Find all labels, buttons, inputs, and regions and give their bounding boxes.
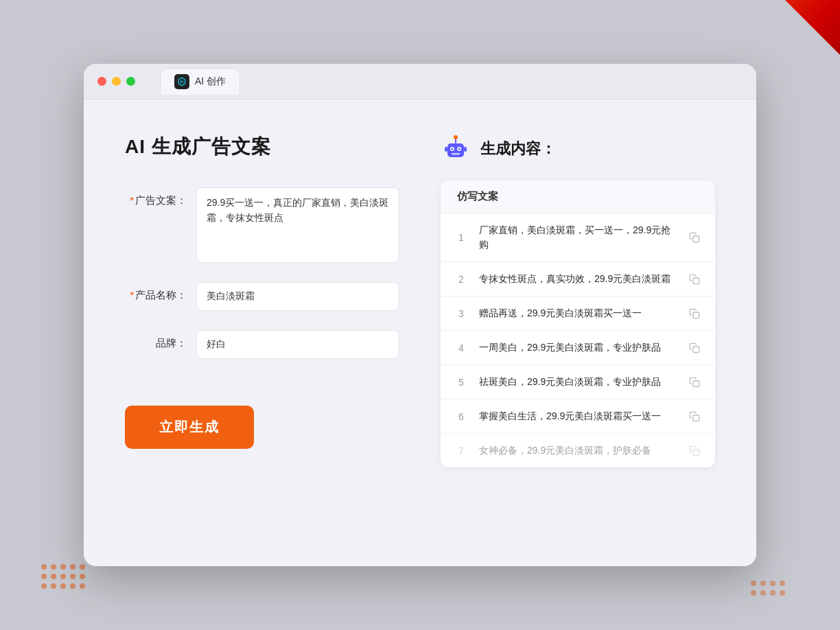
svg-rect-15 bbox=[693, 347, 699, 353]
copy-icon[interactable] bbox=[688, 272, 701, 286]
row-number: 3 bbox=[454, 308, 468, 319]
brand-group: 品牌： bbox=[125, 330, 399, 359]
svg-text:AI: AI bbox=[180, 80, 184, 84]
svg-point-5 bbox=[452, 148, 454, 150]
row-text: 一周美白，29.9元美白淡斑霜，专业护肤品 bbox=[479, 340, 677, 355]
traffic-lights bbox=[97, 77, 135, 86]
brand-input[interactable] bbox=[196, 330, 399, 359]
table-row: 3赠品再送，29.9元美白淡斑霜买一送一 bbox=[441, 296, 715, 331]
svg-rect-13 bbox=[693, 278, 699, 284]
right-panel: 生成内容： 仿写文案 1厂家直销，美白淡斑霜，买一送一，29.9元抢购 2专抹女… bbox=[441, 134, 715, 532]
svg-point-9 bbox=[454, 135, 458, 139]
robot-icon bbox=[441, 134, 471, 164]
maximize-button[interactable] bbox=[126, 77, 135, 86]
table-row: 6掌握美白生活，29.9元美白淡斑霜买一送一 bbox=[441, 399, 715, 434]
svg-rect-2 bbox=[447, 143, 464, 157]
svg-rect-12 bbox=[693, 236, 699, 242]
svg-rect-17 bbox=[693, 415, 699, 421]
minimize-button[interactable] bbox=[112, 77, 121, 86]
row-text: 专抹女性斑点，真实功效，29.9元美白淡斑霜 bbox=[479, 272, 677, 286]
close-button[interactable] bbox=[97, 77, 106, 86]
svg-rect-7 bbox=[452, 153, 460, 155]
dots-decoration-right bbox=[751, 581, 785, 596]
row-text: 女神必备，29.9元美白淡斑霜，护肤必备 bbox=[479, 443, 677, 458]
ad-text-label: *广告文案： bbox=[125, 187, 187, 207]
browser-window: AI AI 创作 AI 生成广告文案 *广告文案： *产品名称： bbox=[84, 64, 756, 566]
row-text: 厂家直销，美白淡斑霜，买一送一，29.9元抢购 bbox=[479, 223, 677, 252]
title-bar: AI AI 创作 bbox=[84, 64, 756, 100]
main-content: AI 生成广告文案 *广告文案： *产品名称： 品牌： 立 bbox=[84, 100, 756, 566]
table-row: 2专抹女性斑点，真实功效，29.9元美白淡斑霜 bbox=[441, 262, 715, 296]
row-number: 5 bbox=[454, 377, 468, 388]
copy-icon[interactable] bbox=[688, 231, 701, 244]
result-rows: 1厂家直销，美白淡斑霜，买一送一，29.9元抢购 2专抹女性斑点，真实功效，29… bbox=[441, 213, 715, 467]
product-name-input[interactable] bbox=[196, 282, 399, 311]
row-number: 4 bbox=[454, 342, 468, 353]
result-header: 生成内容： bbox=[441, 134, 715, 164]
row-number: 2 bbox=[454, 274, 468, 285]
copy-icon[interactable] bbox=[688, 444, 701, 458]
row-text: 赠品再送，29.9元美白淡斑霜买一送一 bbox=[479, 306, 677, 320]
required-star-1: * bbox=[130, 194, 134, 206]
row-text: 祛斑美白，29.9元美白淡斑霜，专业护肤品 bbox=[479, 375, 677, 389]
row-text: 掌握美白生活，29.9元美白淡斑霜买一送一 bbox=[479, 409, 677, 423]
svg-rect-11 bbox=[464, 147, 467, 152]
svg-rect-16 bbox=[693, 381, 699, 387]
row-number: 7 bbox=[454, 445, 468, 456]
tab-title: AI 创作 bbox=[195, 75, 226, 88]
ad-text-input[interactable] bbox=[196, 187, 399, 263]
page-title: AI 生成广告文案 bbox=[125, 134, 399, 160]
table-row: 4一周美白，29.9元美白淡斑霜，专业护肤品 bbox=[441, 331, 715, 365]
dots-decoration-left bbox=[41, 564, 85, 589]
table-header: 仿写文案 bbox=[441, 180, 715, 213]
copy-icon[interactable] bbox=[688, 341, 701, 355]
copy-icon[interactable] bbox=[688, 375, 701, 389]
result-table: 仿写文案 1厂家直销，美白淡斑霜，买一送一，29.9元抢购 2专抹女性斑点，真实… bbox=[441, 180, 715, 467]
svg-rect-14 bbox=[693, 312, 699, 318]
row-number: 6 bbox=[454, 411, 468, 422]
row-number: 1 bbox=[454, 232, 468, 243]
product-name-label: *产品名称： bbox=[125, 282, 187, 302]
product-name-group: *产品名称： bbox=[125, 282, 399, 311]
svg-rect-18 bbox=[693, 450, 699, 456]
table-row: 5祛斑美白，29.9元美白淡斑霜，专业护肤品 bbox=[441, 365, 715, 399]
brand-label: 品牌： bbox=[125, 330, 187, 350]
svg-point-6 bbox=[458, 148, 460, 150]
ai-tab[interactable]: AI AI 创作 bbox=[160, 68, 240, 95]
required-star-2: * bbox=[130, 289, 134, 301]
table-row: 7女神必备，29.9元美白淡斑霜，护肤必备 bbox=[441, 434, 715, 467]
copy-icon[interactable] bbox=[688, 307, 701, 320]
result-title: 生成内容： bbox=[480, 139, 556, 159]
generate-button[interactable]: 立即生成 bbox=[125, 406, 254, 449]
ad-text-group: *广告文案： bbox=[125, 187, 399, 263]
copy-icon[interactable] bbox=[688, 410, 701, 423]
svg-rect-10 bbox=[445, 147, 447, 152]
table-row: 1厂家直销，美白淡斑霜，买一送一，29.9元抢购 bbox=[441, 213, 715, 262]
left-panel: AI 生成广告文案 *广告文案： *产品名称： 品牌： 立 bbox=[125, 134, 399, 532]
ai-icon: AI bbox=[174, 74, 189, 89]
